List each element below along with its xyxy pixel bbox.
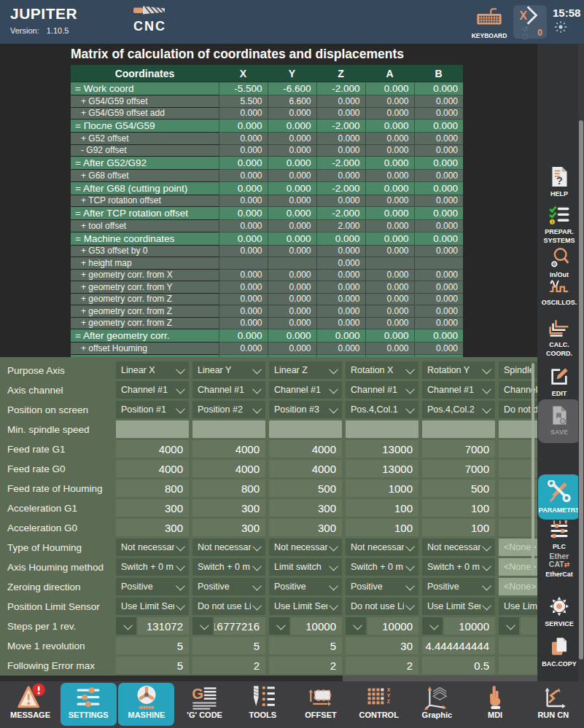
settings-dropdown[interactable]: Positive [269, 578, 342, 595]
settings-dropdown[interactable]: Position #3 [269, 401, 342, 418]
stop-counter-button[interactable]: X ↺ ▢ 0 [513, 5, 547, 39]
settings-dropdown[interactable]: Switch + 0 m [422, 558, 495, 576]
nav-item-g-code[interactable]: G'G' CODE [176, 683, 233, 726]
settings-number-field[interactable]: 800 [192, 480, 265, 497]
stepper-dropdown-button[interactable] [116, 617, 136, 635]
nav-item-offset[interactable]: OFFSET [293, 683, 349, 726]
settings-number-field[interactable]: 500 [422, 480, 495, 497]
stepper-dropdown-button[interactable] [269, 617, 289, 635]
settings-number-field[interactable]: 300 [269, 519, 342, 536]
sidebar-item-bac-copy[interactable]: BAC.COPY [539, 636, 580, 669]
sidebar-item-ethercat[interactable]: EtherCAT⇄EtherCat [539, 552, 580, 579]
settings-input[interactable] [192, 420, 265, 438]
settings-number-field[interactable]: 800 [116, 480, 189, 497]
settings-number-field[interactable]: 100 [422, 519, 495, 536]
settings-number-field[interactable]: 5 [116, 637, 189, 654]
nav-item-run-cn[interactable]: RUN CN [525, 683, 581, 726]
settings-dropdown[interactable]: Position #2 [192, 401, 265, 418]
settings-dropdown[interactable]: Rotation X [346, 361, 418, 379]
settings-number-field[interactable]: 2 [346, 657, 418, 674]
stepper-value[interactable]: 10000 [367, 617, 418, 635]
settings-dropdown[interactable]: Position #1 [116, 401, 189, 418]
settings-dropdown[interactable]: Linear Y [192, 361, 265, 379]
sidebar-item-oscillos[interactable]: OSCILLOS. [539, 277, 580, 308]
sidebar-item-edit[interactable]: EDIT [539, 367, 580, 399]
settings-dropdown[interactable]: Rotation Y [422, 361, 495, 379]
settings-dropdown[interactable]: Do not use Li [192, 598, 265, 615]
stepper-value[interactable] [521, 617, 537, 635]
settings-dropdown[interactable]: Do not use Li [346, 598, 418, 615]
settings-number-field[interactable]: 4.444444444 [422, 637, 495, 654]
settings-dropdown[interactable]: Use Limit Sen [499, 598, 537, 615]
stepper-dropdown-button[interactable] [422, 617, 443, 635]
settings-dropdown[interactable]: Channel #1 [116, 381, 189, 399]
settings-input[interactable] [346, 420, 418, 438]
settings-dropdown[interactable]: Use Limit Sen [116, 598, 189, 615]
stepper-dropdown-button[interactable] [499, 617, 519, 635]
settings-dropdown[interactable]: Switch + 0 m [346, 558, 418, 576]
settings-dropdown[interactable]: Switch + 0 m [116, 558, 189, 576]
nav-item-graphic[interactable]: Graphic [409, 683, 465, 726]
settings-dropdown[interactable]: Channel #1 [192, 381, 265, 399]
settings-dropdown[interactable]: Not necessar [116, 539, 189, 556]
settings-number-field[interactable]: 300 [116, 519, 189, 536]
settings-number-field[interactable]: 4000 [192, 440, 265, 458]
nav-item-mdi[interactable]: MDI [467, 683, 523, 726]
brightness-icon[interactable] [554, 20, 567, 36]
settings-number-field[interactable]: 30 [346, 637, 418, 654]
sidebar-item-service[interactable]: SERVICE [539, 595, 580, 629]
settings-dropdown[interactable]: Not necessar [346, 539, 418, 556]
settings-number-field[interactable]: 1000 [346, 480, 418, 497]
settings-number-field[interactable] [499, 657, 537, 674]
settings-number-field[interactable]: 13000 [346, 460, 418, 477]
settings-dropdown[interactable]: Linear X [116, 361, 189, 379]
settings-horizontal-scrollbar-thumb[interactable] [0, 676, 343, 681]
settings-dropdown[interactable]: Not necessar [422, 539, 495, 556]
settings-dropdown[interactable]: Positive [422, 578, 495, 595]
settings-dropdown[interactable]: Not necessar [192, 539, 265, 556]
settings-number-field[interactable] [499, 637, 537, 654]
settings-input[interactable] [422, 420, 495, 438]
settings-dropdown[interactable]: Positive [116, 578, 189, 595]
settings-number-field[interactable]: 100 [422, 499, 495, 517]
settings-number-field[interactable]: 5 [269, 637, 342, 654]
settings-dropdown[interactable]: Positive [192, 578, 265, 595]
sidebar-item-help[interactable]: ?HELP [539, 166, 580, 199]
settings-number-field[interactable]: 500 [269, 480, 342, 497]
settings-number-field[interactable]: 5 [116, 657, 189, 674]
settings-dropdown[interactable]: Switch + 0 m [192, 558, 265, 576]
settings-number-field[interactable]: 13000 [346, 440, 418, 458]
settings-number-field[interactable]: 4000 [269, 440, 342, 458]
settings-dropdown[interactable]: Channel #1 [346, 381, 418, 399]
settings-number-field[interactable]: 300 [192, 519, 265, 536]
settings-dropdown[interactable]: Use Limit Sen [422, 598, 495, 615]
settings-number-field[interactable]: 4000 [116, 440, 189, 458]
settings-dropdown[interactable]: Linear Z [269, 361, 342, 379]
settings-dropdown[interactable]: Not necessar [269, 539, 342, 556]
settings-number-field[interactable]: 2 [192, 657, 265, 674]
settings-number-field[interactable]: 7000 [422, 440, 495, 458]
settings-number-field[interactable]: 5 [192, 637, 265, 654]
stepper-dropdown-button[interactable] [346, 617, 366, 635]
settings-dropdown[interactable]: Limit switch [269, 558, 342, 576]
sidebar-item-in-out[interactable]: In/Out [539, 247, 580, 280]
sidebar-item-calc-coord[interactable]: CALC. COORD. [539, 318, 580, 358]
stepper-value[interactable]: 131072 [138, 617, 189, 635]
sidebar-item-plc[interactable]: PLC [539, 520, 580, 552]
settings-dropdown[interactable]: Pos.4,Col.1 [346, 401, 418, 418]
settings-horizontal-scrollbar-track[interactable] [0, 676, 537, 681]
settings-dropdown[interactable]: Use Limit Sen [269, 598, 342, 615]
settings-number-field[interactable]: 4000 [269, 460, 342, 477]
nav-item-tools[interactable]: TOOLS [235, 683, 291, 726]
nav-item-settings[interactable]: SETTINGS [61, 683, 117, 726]
settings-input[interactable] [116, 420, 189, 438]
nav-item-mashine[interactable]: MASHINE [118, 683, 174, 726]
settings-number-field[interactable]: 0.5 [422, 657, 495, 674]
stepper-value[interactable]: 10000 [444, 617, 495, 635]
settings-number-field[interactable]: 7000 [422, 460, 495, 477]
stepper-dropdown-button[interactable] [192, 617, 213, 635]
stepper-value[interactable]: 16777216 [214, 617, 265, 635]
keyboard-button[interactable]: KEYBOARD [469, 7, 510, 39]
settings-number-field[interactable]: 4000 [116, 460, 189, 477]
nav-item-message[interactable]: MESSAGE [2, 683, 58, 726]
